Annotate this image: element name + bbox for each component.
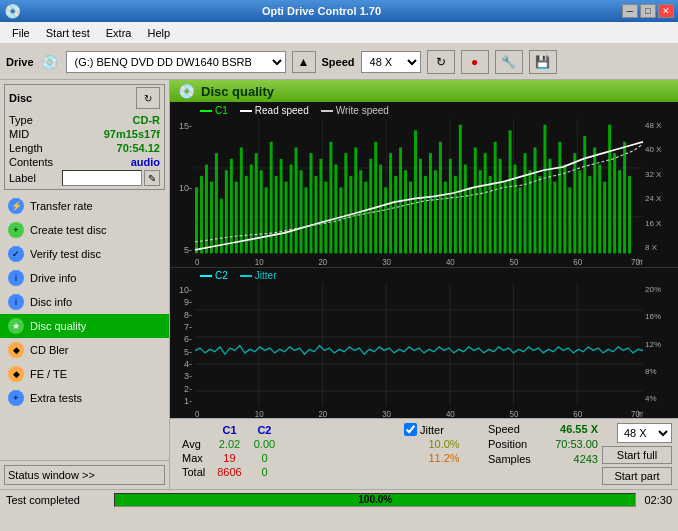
disc-header-text: Disc bbox=[9, 92, 32, 104]
svg-rect-34 bbox=[319, 159, 322, 253]
svg-rect-80 bbox=[548, 159, 551, 253]
bottom-stats: C1 C2 Avg 2.02 0.00 Max 19 0 Total bbox=[170, 418, 678, 489]
chart1-legend: C1 Read speed Write speed bbox=[170, 102, 678, 119]
legend-jitter-line bbox=[240, 275, 252, 277]
svg-rect-12 bbox=[210, 182, 213, 254]
fe-te-icon: ◆ bbox=[8, 366, 24, 382]
left-panel: Disc ↻ Type CD-R MID 97m15s17f Length 70… bbox=[0, 80, 170, 489]
stats-header-row: C1 C2 bbox=[176, 423, 281, 437]
nav-disc-quality[interactable]: ★ Disc quality bbox=[0, 314, 169, 338]
svg-text:60: 60 bbox=[573, 408, 582, 418]
create-test-disc-icon: + bbox=[8, 222, 24, 238]
start-part-button[interactable]: Start part bbox=[602, 467, 672, 485]
total-c1: 8606 bbox=[211, 465, 247, 479]
menu-file[interactable]: File bbox=[4, 25, 38, 41]
nav-fe-te-label: FE / TE bbox=[30, 368, 67, 380]
action-buttons: 48 X 40 X 32 X Start full Start part bbox=[602, 423, 672, 485]
svg-rect-83 bbox=[563, 165, 566, 254]
svg-rect-16 bbox=[230, 159, 233, 253]
menu-bar: File Start test Extra Help bbox=[0, 22, 678, 44]
save-button[interactable]: 💾 bbox=[529, 50, 557, 74]
menu-help[interactable]: Help bbox=[139, 25, 178, 41]
jitter-checkbox-row: Jitter bbox=[404, 423, 484, 436]
svg-rect-32 bbox=[309, 153, 312, 253]
verify-test-disc-icon: ✓ bbox=[8, 246, 24, 262]
svg-rect-35 bbox=[324, 182, 327, 254]
nav-fe-te[interactable]: ◆ FE / TE bbox=[0, 362, 169, 386]
svg-rect-44 bbox=[369, 159, 372, 253]
contents-label: Contents bbox=[9, 156, 53, 168]
nav-create-test-disc-label: Create test disc bbox=[30, 224, 106, 236]
svg-text:0: 0 bbox=[195, 408, 199, 418]
title-bar: 💿 Opti Drive Control 1.70 ─ □ ✕ bbox=[0, 0, 678, 22]
avg-c2: 0.00 bbox=[248, 437, 281, 451]
nav-disc-info-label: Disc info bbox=[30, 296, 72, 308]
cd-bler-icon: ◆ bbox=[8, 342, 24, 358]
svg-rect-90 bbox=[598, 165, 601, 254]
chart-speed-select[interactable]: 48 X 40 X 32 X bbox=[617, 423, 672, 443]
svg-rect-57 bbox=[434, 170, 437, 253]
chart1-y-axis-left: 15- 10- 5- bbox=[170, 119, 195, 267]
disc-row-contents: Contents audio bbox=[9, 155, 160, 169]
nav-disc-quality-label: Disc quality bbox=[30, 320, 86, 332]
legend-jitter-label: Jitter bbox=[255, 270, 277, 281]
disc-refresh-button[interactable]: ↻ bbox=[136, 87, 160, 109]
speed-value: 46.55 X bbox=[560, 423, 598, 435]
contents-value: audio bbox=[131, 156, 160, 168]
jitter-label: Jitter bbox=[420, 424, 444, 436]
svg-rect-77 bbox=[533, 147, 536, 253]
nav-transfer-rate[interactable]: ⚡ Transfer rate bbox=[0, 194, 169, 218]
eject-button[interactable]: ▲ bbox=[292, 51, 316, 73]
svg-rect-60 bbox=[449, 159, 452, 253]
nav-drive-info[interactable]: i Drive info bbox=[0, 266, 169, 290]
legend-read-speed-line bbox=[240, 110, 252, 112]
svg-rect-52 bbox=[409, 182, 412, 254]
minimize-button[interactable]: ─ bbox=[622, 4, 638, 18]
start-full-button[interactable]: Start full bbox=[602, 446, 672, 464]
svg-rect-56 bbox=[429, 153, 432, 253]
svg-text:50: 50 bbox=[510, 256, 519, 267]
jitter-stats: Jitter 10.0% 11.2% bbox=[404, 423, 484, 464]
speed-pos-info: Speed 46.55 X Position 70:53.00 Samples … bbox=[488, 423, 598, 465]
nav-cd-bler[interactable]: ◆ CD Bler bbox=[0, 338, 169, 362]
svg-rect-92 bbox=[608, 125, 611, 254]
max-c2: 0 bbox=[248, 451, 281, 465]
maximize-button[interactable]: □ bbox=[640, 4, 656, 18]
nav-transfer-rate-label: Transfer rate bbox=[30, 200, 93, 212]
max-c1: 19 bbox=[211, 451, 247, 465]
position-row: Position 70:53.00 bbox=[488, 438, 598, 450]
status-text: Test completed bbox=[6, 494, 106, 506]
status-window-button[interactable]: Status window >> bbox=[4, 465, 165, 485]
svg-rect-49 bbox=[394, 176, 397, 253]
menu-extra[interactable]: Extra bbox=[98, 25, 140, 41]
menu-start-test[interactable]: Start test bbox=[38, 25, 98, 41]
svg-rect-58 bbox=[439, 142, 442, 254]
drive-info-icon: i bbox=[8, 270, 24, 286]
label-field[interactable] bbox=[62, 170, 142, 186]
jitter-checkbox[interactable] bbox=[404, 423, 417, 436]
action-button-2[interactable]: 🔧 bbox=[495, 50, 523, 74]
svg-text:0: 0 bbox=[195, 256, 200, 267]
legend-c2: C2 bbox=[200, 270, 228, 281]
label-label: Label bbox=[9, 172, 36, 184]
svg-rect-9 bbox=[195, 187, 198, 253]
nav-disc-info[interactable]: i Disc info bbox=[0, 290, 169, 314]
svg-text:40: 40 bbox=[446, 408, 455, 418]
nav-verify-test-disc[interactable]: ✓ Verify test disc bbox=[0, 242, 169, 266]
speed-select[interactable]: 48 X 40 X 32 X 24 X 16 X 8 X bbox=[361, 51, 421, 73]
drive-select[interactable]: (G:) BENQ DVD DD DW1640 BSRB bbox=[66, 51, 286, 73]
nav-extra-tests[interactable]: + Extra tests bbox=[0, 386, 169, 410]
jitter-avg: 10.0% bbox=[404, 438, 484, 450]
svg-rect-69 bbox=[494, 142, 497, 254]
nav-create-test-disc[interactable]: + Create test disc bbox=[0, 218, 169, 242]
disc-info-icon: i bbox=[8, 294, 24, 310]
refresh-button[interactable]: ↻ bbox=[427, 50, 455, 74]
svg-rect-93 bbox=[613, 153, 616, 253]
close-button[interactable]: ✕ bbox=[658, 4, 674, 18]
action-button-1[interactable]: ● bbox=[461, 50, 489, 74]
type-value: CD-R bbox=[133, 114, 161, 126]
svg-rect-78 bbox=[538, 176, 541, 253]
chart2-canvas: 0 10 20 30 40 50 60 70 min bbox=[195, 283, 643, 418]
label-input-group: ✎ bbox=[62, 170, 160, 186]
label-edit-button[interactable]: ✎ bbox=[144, 170, 160, 186]
